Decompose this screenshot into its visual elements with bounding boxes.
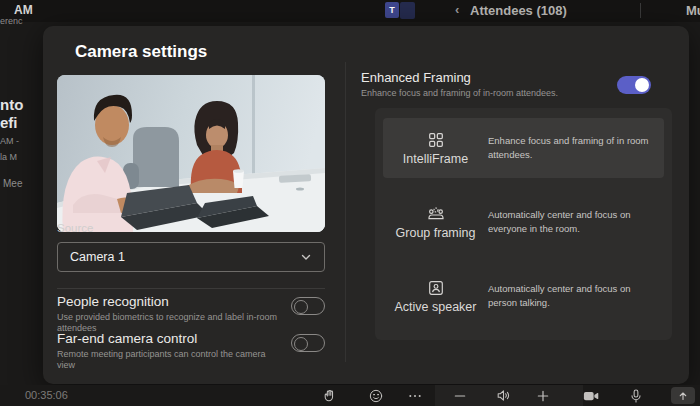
plus-icon <box>535 388 551 404</box>
call-controls-bar: 00:35:06 <box>0 385 700 406</box>
volume-up-button[interactable] <box>530 385 556 406</box>
enhanced-framing-description: Enhance focus and framing of in-room att… <box>361 88 611 98</box>
camera-preview <box>57 75 325 232</box>
raised-hand-icon <box>322 388 338 404</box>
group-icon <box>427 205 445 223</box>
framing-options-panel: IntelliFrame Enhance focus and framing o… <box>375 108 672 340</box>
framing-option-group-framing[interactable]: Group framing Automatically center and f… <box>383 192 664 252</box>
camera-source-dropdown[interactable]: Camera 1 <box>57 242 325 272</box>
framing-option-description: Automatically center and focus on person… <box>488 282 664 310</box>
framing-option-icon-label: Group framing <box>383 205 488 240</box>
attendees-header[interactable]: Attendees (108) <box>470 3 567 18</box>
microphone-icon <box>628 388 644 404</box>
camera-settings-dialog: Camera settings <box>43 26 689 384</box>
background-text-fragment: nto <box>0 96 23 113</box>
share-content-button[interactable] <box>671 387 695 404</box>
share-icon <box>677 390 689 402</box>
framing-option-description: Automatically center and focus on everyo… <box>488 208 664 236</box>
dialog-title: Camera settings <box>75 42 207 62</box>
enhanced-framing-header: Enhanced Framing Enhance focus and frami… <box>361 70 611 98</box>
toggle-knob <box>635 78 649 92</box>
background-text-fragment: efi <box>0 114 18 131</box>
speaker-icon <box>495 387 512 404</box>
person-frame-icon <box>427 279 445 297</box>
background-text-fragment: Mee <box>3 178 22 189</box>
minus-icon <box>452 388 468 404</box>
framing-option-icon-label: Active speaker <box>383 279 488 314</box>
framing-option-label: Group framing <box>396 226 476 240</box>
people-recognition-setting: People recognition Use provided biometri… <box>57 294 325 335</box>
far-end-camera-control-label: Far-end camera control <box>57 331 325 346</box>
camera-preview-image <box>57 75 325 232</box>
far-end-camera-control-setting: Far-end camera control Remote meeting pa… <box>57 331 325 372</box>
raise-hand-button[interactable] <box>317 385 343 406</box>
teams-logo-icon: T <box>385 2 399 18</box>
people-recognition-label: People recognition <box>57 294 325 309</box>
section-divider <box>57 288 325 289</box>
more-options-button[interactable] <box>402 385 428 406</box>
grid-icon <box>427 131 445 149</box>
more-icon <box>407 388 423 404</box>
app-tile-icon <box>400 2 415 19</box>
camera-button[interactable] <box>578 385 604 406</box>
background-text-fragment: la M <box>0 152 17 162</box>
background-text-fragment: AM - <box>0 136 19 146</box>
source-label: Source <box>57 222 93 234</box>
emoji-icon <box>368 388 384 404</box>
background-text-fragment: erenc <box>0 16 23 26</box>
framing-option-description: Enhance focus and framing of in room att… <box>488 134 664 162</box>
mute-all-fragment[interactable]: Mu <box>686 3 700 18</box>
framing-option-active-speaker[interactable]: Active speaker Automatically center and … <box>383 266 664 326</box>
reactions-button[interactable] <box>363 385 389 406</box>
far-end-camera-control-toggle[interactable] <box>291 334 325 352</box>
chevron-down-icon <box>300 251 312 263</box>
enhanced-framing-toggle[interactable] <box>617 76 651 94</box>
framing-option-icon-label: IntelliFrame <box>383 131 488 166</box>
people-recognition-toggle[interactable] <box>291 297 325 315</box>
call-timer: 00:35:06 <box>25 389 68 401</box>
meeting-top-bar: AM T ‹ Attendees (108) Mu <box>0 0 700 22</box>
toggle-knob <box>294 300 308 314</box>
microphone-button[interactable] <box>623 385 649 406</box>
clock-fragment: AM <box>14 3 33 17</box>
teams-meeting-window: AM T ‹ Attendees (108) Mu erenc nto efi … <box>0 0 700 406</box>
toggle-knob <box>294 337 308 351</box>
volume-down-button[interactable] <box>447 385 473 406</box>
enhanced-framing-label: Enhanced Framing <box>361 70 611 85</box>
framing-option-intelliframe[interactable]: IntelliFrame Enhance focus and framing o… <box>383 118 664 178</box>
camera-source-value: Camera 1 <box>70 250 125 264</box>
speaker-button[interactable] <box>490 385 516 406</box>
framing-option-label: IntelliFrame <box>403 152 468 166</box>
top-bar-divider <box>640 3 641 18</box>
far-end-camera-control-description: Remote meeting participants can control … <box>57 349 282 372</box>
framing-option-label: Active speaker <box>395 300 477 314</box>
chevron-left-icon[interactable]: ‹ <box>455 2 459 17</box>
camera-icon <box>582 387 600 405</box>
column-divider <box>345 62 346 362</box>
